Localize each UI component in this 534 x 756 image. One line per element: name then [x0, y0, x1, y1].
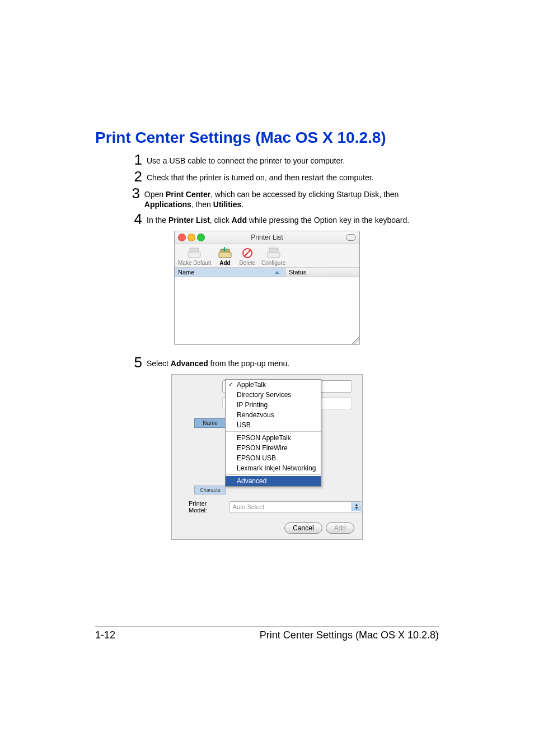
text: .: [241, 200, 243, 209]
footer-title: Print Center Settings (Mac OS X 10.2.8): [260, 629, 439, 641]
minimize-icon[interactable]: [188, 234, 195, 241]
step-4: 4 In the Printer List, click Add while p…: [129, 212, 439, 226]
menu-item-advanced[interactable]: Advanced: [226, 476, 321, 486]
bold: Printer List: [168, 216, 210, 225]
printer-list-window: Printer List Make Default Add Delete: [174, 231, 360, 345]
menu-separator: [226, 431, 321, 432]
text: , then: [191, 200, 213, 209]
sort-ascending-icon: [275, 271, 279, 274]
step-text: In the Printer List, click Add while pre…: [147, 212, 409, 225]
svg-line-7: [244, 250, 251, 256]
close-icon[interactable]: [178, 234, 186, 241]
name-column-header[interactable]: Name: [194, 418, 226, 428]
column-name[interactable]: Name: [175, 268, 285, 277]
no-entry-icon: [239, 246, 256, 260]
step-list: 1 Use a USB cable to connect the printer…: [129, 152, 439, 226]
configure-button[interactable]: Configure: [261, 246, 285, 266]
menu-item-epson-usb[interactable]: EPSON USB: [226, 453, 321, 463]
menu-item-appletalk[interactable]: AppleTalk: [226, 380, 321, 390]
add-printer-sheet: Name Characte AppleTalk Directory Servic…: [171, 374, 363, 540]
column-status[interactable]: Status: [285, 268, 359, 277]
make-default-button[interactable]: Make Default: [178, 246, 211, 266]
text: Select: [147, 359, 171, 368]
printer-icon: [186, 246, 203, 260]
label: Add: [219, 260, 230, 266]
printer-gear-icon: [265, 246, 282, 260]
sheet-buttons: Cancel Add: [172, 520, 362, 534]
step-number: 3: [129, 186, 140, 200]
zoom-icon[interactable]: [197, 234, 205, 241]
toolbar-toggle-icon[interactable]: [346, 234, 356, 241]
page-number: 1-12: [95, 629, 115, 641]
menu-item-epson-firewire[interactable]: EPSON FireWire: [226, 443, 321, 453]
printer-model-row: Printer Model: Auto Select ▲▼: [189, 500, 362, 514]
delete-button[interactable]: Delete: [239, 246, 256, 266]
cancel-button[interactable]: Cancel: [284, 522, 322, 534]
step-text: Use a USB cable to connect the printer t…: [147, 152, 345, 166]
printer-model-label: Printer Model:: [189, 500, 226, 514]
menu-item-lexmark[interactable]: Lexmark Inkjet Networking: [226, 463, 321, 473]
bold: Advanced: [171, 359, 208, 368]
printer-list-body[interactable]: [175, 277, 359, 344]
bold: Print Center: [166, 190, 210, 199]
step-text: Check that the printer is turned on, and…: [147, 169, 373, 183]
text: , which can be accessed by clicking Star…: [210, 190, 399, 199]
table-header: Name Status: [175, 268, 359, 277]
step-number: 4: [129, 212, 142, 226]
add-button[interactable]: Add: [326, 522, 354, 534]
printer-model-select[interactable]: Auto Select ▲▼: [229, 501, 362, 512]
toolbar: Make Default Add Delete Configure: [175, 244, 359, 268]
step-number: 2: [129, 169, 142, 184]
text: , click: [210, 216, 232, 225]
updown-arrows-icon: ▲▼: [354, 503, 359, 510]
step-number: 1: [129, 152, 142, 167]
text: In the: [147, 216, 168, 225]
character-column-header[interactable]: Characte: [194, 486, 226, 494]
step-text: Open Print Center, which can be accessed…: [144, 186, 439, 209]
menu-item-directory-services[interactable]: Directory Services: [226, 390, 321, 400]
menu-item-rendezvous[interactable]: Rendezvous: [226, 410, 321, 420]
svg-rect-9: [269, 248, 278, 253]
step-list-cont: 5 Select Advanced from the pop-up menu.: [129, 355, 439, 370]
resize-grip-icon[interactable]: [352, 337, 359, 344]
window-title: Printer List: [251, 234, 283, 241]
svg-rect-3: [219, 252, 231, 258]
text: while pressing the Option key in the key…: [247, 216, 409, 225]
menu-item-usb[interactable]: USB: [226, 420, 321, 430]
step-number: 5: [129, 355, 142, 370]
section-heading: Print Center Settings (Mac OS X 10.2.8): [95, 129, 439, 147]
printer-model-value: Auto Select: [233, 503, 264, 510]
step-1: 1 Use a USB cable to connect the printer…: [129, 152, 439, 167]
menu-item-epson-appletalk[interactable]: EPSON AppleTalk: [226, 433, 321, 443]
text: from the pop-up menu.: [208, 359, 290, 368]
titlebar[interactable]: Printer List: [175, 231, 359, 244]
step-3: 3 Open Print Center, which can be access…: [129, 186, 439, 209]
label: Name: [178, 269, 194, 276]
bold: Utilities: [213, 200, 242, 209]
step-text: Select Advanced from the pop-up menu.: [147, 355, 289, 368]
bold: Add: [232, 216, 247, 225]
text: Open: [144, 190, 166, 199]
printer-add-icon: [217, 246, 233, 260]
menu-item-ip-printing[interactable]: IP Printing: [226, 400, 321, 410]
label: Configure: [261, 260, 285, 266]
bold: Applications: [144, 200, 191, 209]
svg-rect-5: [222, 249, 227, 250]
step-2: 2 Check that the printer is turned on, a…: [129, 169, 439, 184]
menu-separator: [226, 474, 321, 475]
label: Delete: [239, 260, 255, 266]
svg-rect-1: [188, 252, 200, 258]
add-button[interactable]: Add: [217, 246, 233, 266]
step-5: 5 Select Advanced from the pop-up menu.: [129, 355, 439, 370]
page-footer: 1-12 Print Center Settings (Mac OS X 10.…: [95, 627, 439, 641]
window-controls: [178, 234, 205, 241]
connection-menu: AppleTalk Directory Services IP Printing…: [225, 379, 321, 487]
label: Make Default: [178, 260, 211, 266]
